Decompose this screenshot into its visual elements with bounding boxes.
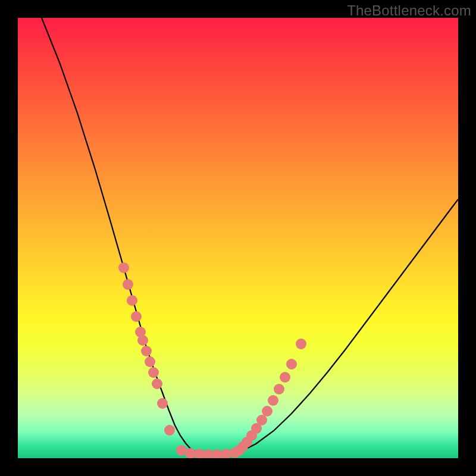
data-marker — [137, 335, 148, 346]
data-marker — [131, 311, 142, 322]
data-marker — [296, 339, 306, 349]
data-marker — [123, 279, 133, 290]
data-marker — [274, 384, 284, 394]
data-marker — [141, 346, 152, 356]
data-marker — [286, 359, 297, 369]
data-marker — [262, 406, 273, 416]
data-marker — [164, 425, 175, 436]
data-marker — [268, 395, 278, 406]
chart-svg — [18, 18, 458, 458]
data-marker — [127, 295, 137, 306]
bottleneck-curve — [42, 18, 458, 455]
data-marker — [152, 378, 162, 389]
data-marker — [145, 356, 155, 367]
chart-frame: TheBottleneck.com — [0, 0, 476, 476]
data-marker — [280, 372, 290, 383]
data-marker — [148, 367, 159, 378]
watermark-text: TheBottleneck.com — [347, 2, 471, 19]
data-marker — [118, 262, 129, 273]
marker-group — [118, 262, 306, 458]
data-marker — [256, 415, 267, 425]
plot-area — [18, 18, 458, 458]
data-marker — [157, 398, 168, 409]
